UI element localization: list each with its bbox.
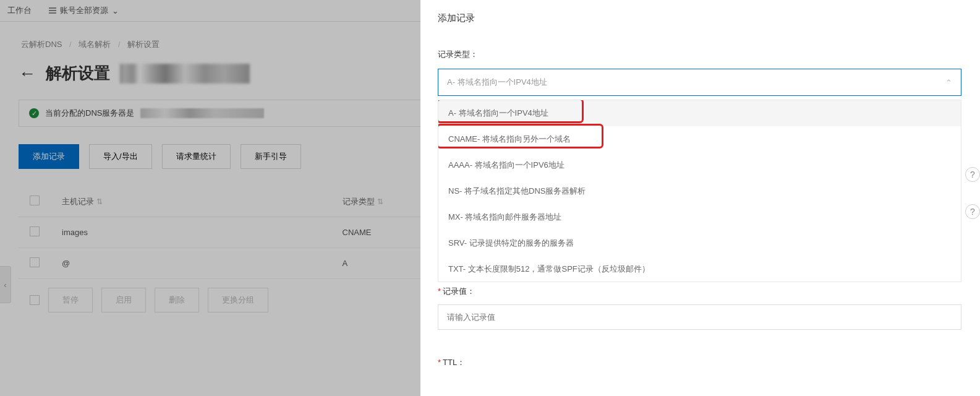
cell-host: images — [51, 217, 331, 248]
breadcrumb-item[interactable]: 云解析DNS — [21, 40, 62, 49]
record-value-label: *记录值： — [438, 286, 961, 297]
chevron-up-icon: ⌃ — [945, 78, 952, 87]
col-type[interactable]: 记录类型 — [343, 197, 375, 206]
selected-value: A- 将域名指向一个IPV4地址 — [447, 77, 547, 88]
row-checkbox[interactable] — [30, 226, 40, 236]
redacted-dns — [140, 108, 264, 118]
option-srv[interactable]: SRV- 记录提供特定的服务的服务器 — [438, 230, 961, 256]
breadcrumb-item: 解析设置 — [127, 40, 160, 49]
chevron-down-icon: ⌄ — [112, 6, 119, 15]
record-type-select[interactable]: A- 将域名指向一个IPV4地址 ⌃ — [438, 69, 961, 96]
help-icon[interactable]: ? — [965, 167, 980, 182]
row-checkbox[interactable] — [30, 257, 40, 267]
guide-button[interactable]: 新手引导 — [241, 144, 301, 169]
record-type-dropdown[interactable]: A- 将域名指向一个IPV4地址 CNAME- 将域名指向另外一个域名 AAAA… — [438, 100, 961, 282]
delete-button[interactable]: 删除 — [155, 288, 199, 312]
help-icon[interactable]: ? — [965, 204, 980, 219]
option-ns[interactable]: NS- 将子域名指定其他DNS服务器解析 — [438, 178, 961, 204]
info-text: 当前分配的DNS服务器是 — [45, 108, 134, 119]
select-all-checkbox[interactable] — [30, 196, 40, 205]
sort-icon[interactable]: ⇅ — [377, 197, 383, 206]
resource-selector[interactable]: 账号全部资源 ⌄ — [49, 5, 119, 16]
option-txt[interactable]: TXT- 文本长度限制512，通常做SPF记录（反垃圾邮件） — [438, 256, 961, 282]
request-stats-button[interactable]: 请求量统计 — [162, 144, 231, 169]
cell-host: @ — [51, 248, 331, 279]
sort-icon[interactable]: ⇅ — [96, 197, 103, 206]
change-group-button[interactable]: 更换分组 — [208, 288, 268, 312]
workspace-link[interactable]: 工作台 — [7, 5, 32, 16]
add-record-button[interactable]: 添加记录 — [19, 144, 79, 169]
bulk-checkbox[interactable] — [30, 295, 40, 305]
check-icon: ✓ — [29, 108, 39, 118]
enable-button[interactable]: 启用 — [101, 288, 146, 312]
pause-button[interactable]: 暂停 — [48, 288, 93, 312]
back-arrow-icon[interactable]: ← — [19, 64, 36, 84]
import-export-button[interactable]: 导入/导出 — [89, 144, 152, 169]
option-cname[interactable]: CNAME- 将域名指向另外一个域名 — [438, 126, 961, 152]
option-mx[interactable]: MX- 将域名指向邮件服务器地址 — [438, 204, 961, 230]
redacted-domain — [120, 64, 250, 84]
col-host[interactable]: 主机记录 — [62, 197, 94, 206]
drawer-title: 添加记录 — [438, 12, 961, 24]
breadcrumb-item[interactable]: 域名解析 — [79, 40, 111, 49]
sidebar-expand-tab[interactable]: ‹ — [0, 266, 11, 303]
option-a[interactable]: A- 将域名指向一个IPV4地址 — [438, 100, 961, 126]
add-record-drawer: 添加记录 记录类型： A- 将域名指向一个IPV4地址 ⌃ A- 将域名指向一个… — [420, 0, 980, 396]
ttl-label: *TTL： — [438, 357, 961, 368]
resource-label: 账号全部资源 — [60, 5, 108, 16]
page-title: 解析设置 — [46, 62, 110, 84]
record-value-input[interactable] — [438, 304, 961, 330]
record-type-label: 记录类型： — [438, 49, 961, 60]
option-aaaa[interactable]: AAAA- 将域名指向一个IPV6地址 — [438, 152, 961, 178]
list-icon — [49, 7, 56, 14]
